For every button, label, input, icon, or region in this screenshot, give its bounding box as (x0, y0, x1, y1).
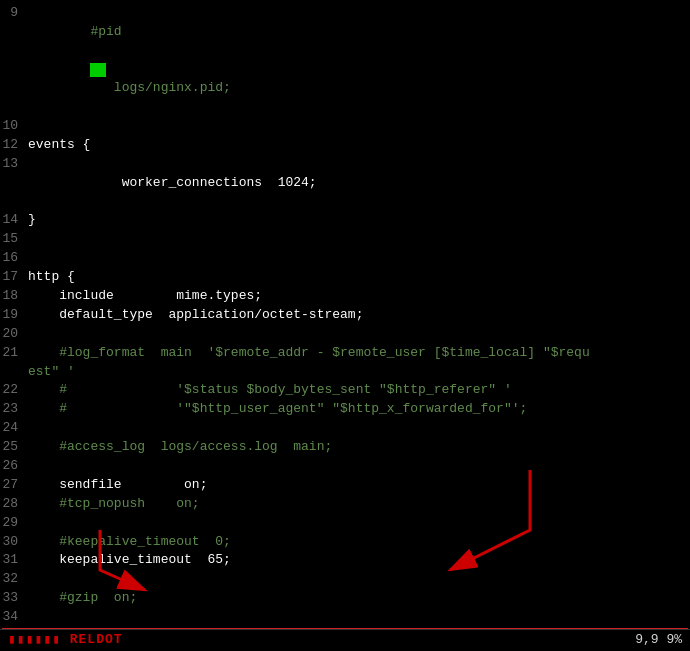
line-content-32 (28, 570, 682, 589)
line-9: 9 #pid logs/nginx.pid; (0, 4, 690, 117)
line-content-18: include mime.types; (28, 287, 682, 306)
line-num-29: 29 (0, 514, 28, 533)
line-33: 33 #gzip on; (0, 589, 690, 608)
line-25: 25 #access_log logs/access.log main; (0, 438, 690, 457)
line-num-27: 27 (0, 476, 28, 495)
line-num-24: 24 (0, 419, 28, 438)
line-19: 19 default_type application/octet-stream… (0, 306, 690, 325)
line-17: 17 http { (0, 268, 690, 287)
line-content-30: #keepalive_timeout 0; (28, 533, 682, 552)
line-15: 15 (0, 230, 690, 249)
line-content-25: #access_log logs/access.log main; (28, 438, 682, 457)
line-22: 22 # '$status $body_bytes_sent "$http_re… (0, 381, 690, 400)
line-num-17: 17 (0, 268, 28, 287)
line-content-29 (28, 514, 682, 533)
line-num-22: 22 (0, 381, 28, 400)
cursor-position: 9,9 9% (635, 631, 682, 650)
line-24: 24 (0, 419, 690, 438)
line-num-26: 26 (0, 457, 28, 476)
green-indicator (90, 63, 105, 77)
line-content-14: } (28, 211, 682, 230)
line-content-17: http { (28, 268, 682, 287)
line-num-33: 33 (0, 589, 28, 608)
worker-connections-directive: worker_connections 1024; (90, 175, 316, 190)
line-content-28: #tcp_nopush on; (28, 495, 682, 514)
line-content-33: #gzip on; (28, 589, 682, 608)
line-num-31: 31 (0, 551, 28, 570)
line-29: 29 (0, 514, 690, 533)
line-content-13: worker_connections 1024; (28, 155, 682, 212)
line-num-14: 14 (0, 211, 28, 230)
line-content-15 (28, 230, 682, 249)
line-content-22: # '$status $body_bytes_sent "$http_refer… (28, 381, 682, 400)
line-30: 30 #keepalive_timeout 0; (0, 533, 690, 552)
line-num-18: 18 (0, 287, 28, 306)
comment-pid: #pid (90, 24, 121, 39)
line-content-34 (28, 608, 682, 627)
line-num-10: 10 (0, 117, 28, 136)
editor-logo: ▮▮▮▮▮▮ RELDOT (8, 631, 123, 650)
line-31: 31 keepalive_timeout 65; (0, 551, 690, 570)
editor: 9 #pid logs/nginx.pid; 10 12 events { 13… (0, 0, 690, 651)
line-num-28: 28 (0, 495, 28, 514)
line-27: 27 sendfile on; (0, 476, 690, 495)
line-num-19: 19 (0, 306, 28, 325)
line-18: 18 include mime.types; (0, 287, 690, 306)
line-content-23: # '"$http_user_agent" "$http_x_forwarded… (28, 400, 682, 419)
line-content-24 (28, 419, 682, 438)
line-12: 12 events { (0, 136, 690, 155)
line-content-10 (28, 117, 682, 136)
line-content-20 (28, 325, 682, 344)
line-num-21: 21 (0, 344, 28, 363)
line-content-19: default_type application/octet-stream; (28, 306, 682, 325)
line-num-25: 25 (0, 438, 28, 457)
line-num-23: 23 (0, 400, 28, 419)
line-content-12: events { (28, 136, 682, 155)
line-content-27: sendfile on; (28, 476, 682, 495)
line-16: 16 (0, 249, 690, 268)
line-10: 10 (0, 117, 690, 136)
line-23: 23 # '"$http_user_agent" "$http_x_forwar… (0, 400, 690, 419)
line-num-34: 34 (0, 608, 28, 627)
line-num-20: 20 (0, 325, 28, 344)
line-21: 21 #log_format main '$remote_addr - $rem… (0, 344, 690, 363)
code-area: 9 #pid logs/nginx.pid; 10 12 events { 13… (0, 0, 690, 651)
line-num-16: 16 (0, 249, 28, 268)
line-20: 20 (0, 325, 690, 344)
line-34: 34 (0, 608, 690, 627)
status-bar: ▮▮▮▮▮▮ RELDOT 9,9 9% (0, 629, 690, 651)
comment-pid-val: logs/nginx.pid; (90, 80, 230, 95)
line-num-15: 15 (0, 230, 28, 249)
line-content-21: #log_format main '$remote_addr - $remote… (28, 344, 682, 363)
line-14: 14 } (0, 211, 690, 230)
line-content-9: #pid logs/nginx.pid; (28, 4, 682, 117)
line-num-30: 30 (0, 533, 28, 552)
line-32: 32 (0, 570, 690, 589)
line-content-31: keepalive_timeout 65; (28, 551, 682, 570)
line-num-32: 32 (0, 570, 28, 589)
line-num-12: 12 (0, 136, 28, 155)
line-content-26 (28, 457, 682, 476)
line-28: 28 #tcp_nopush on; (0, 495, 690, 514)
line-13: 13 worker_connections 1024; (0, 155, 690, 212)
space1 (90, 43, 113, 58)
line-26: 26 (0, 457, 690, 476)
line-num-13: 13 (0, 155, 28, 174)
line-num-9: 9 (0, 4, 28, 23)
line-content-16 (28, 249, 682, 268)
line-21b: est" ' (0, 363, 690, 382)
line-content-21b: est" ' (28, 363, 682, 382)
